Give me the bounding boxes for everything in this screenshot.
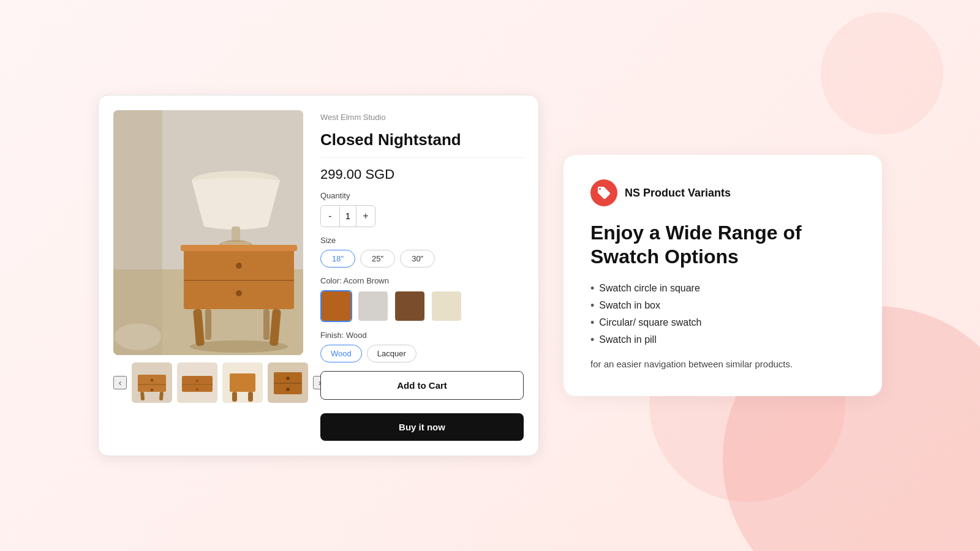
finish-section: Finish: Wood Wood Lacquer (320, 331, 524, 362)
color-swatch-dark-brown[interactable] (394, 290, 426, 322)
thumbnail-row: ‹ (113, 362, 303, 403)
svg-rect-8 (184, 248, 294, 309)
thumbnail-3[interactable] (222, 362, 263, 403)
buy-now-button[interactable]: Buy it now (320, 413, 524, 441)
features-list: Swatch circle in square Swatch in box Ci… (590, 283, 855, 345)
color-swatch-light-gray[interactable] (357, 290, 389, 322)
size-option-25[interactable]: 25" (360, 250, 395, 268)
svg-point-10 (236, 263, 242, 269)
finish-option-lacquer[interactable]: Lacquer (367, 345, 417, 362)
quantity-plus-button[interactable]: + (356, 206, 375, 227)
info-panel: NS Product Variants Enjoy a Wide Range o… (564, 155, 882, 395)
size-label: Size (320, 236, 524, 245)
thumb-prev-button[interactable]: ‹ (113, 376, 127, 389)
svg-rect-25 (159, 392, 164, 400)
svg-rect-15 (205, 309, 211, 340)
svg-point-23 (151, 389, 154, 392)
svg-point-38 (286, 377, 290, 380)
color-label: Color: Acorn Brown (320, 276, 524, 285)
size-option-18[interactable]: 18" (320, 250, 355, 268)
thumbnail-2[interactable] (177, 362, 217, 403)
info-headline: Enjoy a Wide Range of Swatch Options (590, 221, 855, 268)
quantity-value: 1 (339, 206, 356, 227)
svg-rect-33 (232, 392, 237, 402)
quantity-minus-button[interactable]: - (321, 206, 339, 227)
add-to-cart-button[interactable]: Add to Cart (320, 371, 524, 400)
thumbnails (132, 362, 308, 403)
color-swatches (320, 290, 524, 322)
svg-rect-24 (140, 392, 145, 400)
color-section: Color: Acorn Brown (320, 276, 524, 322)
color-swatch-acorn-brown[interactable] (320, 290, 352, 322)
main-product-image (113, 110, 303, 355)
product-price: 299.00 SGD (320, 167, 524, 182)
quantity-label: Quantity (320, 191, 524, 200)
svg-rect-16 (263, 309, 270, 340)
svg-point-17 (190, 340, 288, 353)
ns-logo-text: NS Product Variants (625, 187, 731, 200)
svg-rect-12 (181, 245, 297, 251)
svg-point-29 (196, 380, 198, 382)
feature-item-3: Circular/ square swatch (590, 317, 855, 328)
bg-decor-3 (821, 12, 943, 135)
quantity-control: - 1 + (320, 205, 375, 227)
color-swatch-cream[interactable] (431, 290, 462, 322)
feature-item-1: Swatch circle in square (590, 283, 855, 294)
size-section: Size 18" 25" 30" (320, 236, 524, 268)
thumbnail-1[interactable] (132, 362, 172, 403)
info-logo-row: NS Product Variants (590, 179, 855, 206)
svg-point-39 (286, 388, 290, 391)
product-title: Closed Nightstand (320, 130, 524, 157)
feature-item-2: Swatch in box (590, 300, 855, 311)
size-option-30[interactable]: 30" (400, 250, 435, 268)
svg-point-11 (236, 290, 242, 296)
product-images: ‹ (113, 110, 303, 440)
quantity-section: Quantity - 1 + (320, 191, 524, 227)
svg-point-30 (196, 388, 198, 391)
info-subtext: for an easier navigation between similar… (590, 358, 855, 372)
product-info: West Elmm Studio Closed Nightstand 299.0… (320, 110, 524, 440)
svg-point-22 (151, 379, 154, 382)
product-card: ‹ (98, 95, 539, 455)
size-options: 18" 25" 30" (320, 250, 524, 268)
finish-options: Wood Lacquer (320, 345, 524, 362)
thumbnail-4[interactable] (268, 362, 308, 403)
svg-point-18 (115, 323, 161, 350)
svg-rect-32 (230, 373, 255, 392)
finish-label: Finish: Wood (320, 331, 524, 340)
svg-rect-3 (113, 110, 162, 355)
svg-rect-34 (248, 392, 253, 402)
ns-logo-icon (590, 179, 617, 206)
brand-name: West Elmm Studio (320, 113, 524, 122)
finish-option-wood[interactable]: Wood (320, 345, 362, 362)
feature-item-4: Swatch in pill (590, 334, 855, 345)
